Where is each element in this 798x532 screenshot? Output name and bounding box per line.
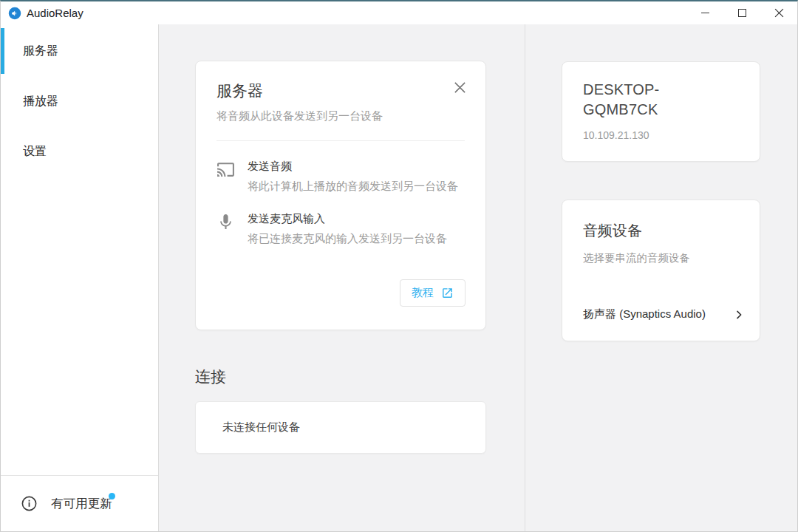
update-indicator-dot — [109, 493, 115, 499]
host-ip-address: 10.109.21.130 — [583, 129, 739, 141]
info-icon — [21, 495, 38, 512]
feature-title: 发送音频 — [248, 160, 458, 174]
main-content: 服务器 将音频从此设备发送到另一台设备 发送音频 将此计算机上播放的音频发送到另… — [159, 24, 525, 531]
close-card-button[interactable] — [450, 78, 469, 97]
update-notice[interactable]: 有可用更新 — [1, 475, 158, 531]
update-notice-label: 有可用更新 — [51, 496, 112, 512]
feature-text: 发送麦克风输入 将已连接麦克风的输入发送到另一台设备 — [248, 212, 447, 246]
window-controls — [686, 1, 797, 24]
cast-icon — [216, 160, 235, 179]
feature-text: 发送音频 将此计算机上播放的音频发送到另一台设备 — [248, 160, 458, 194]
sidebar-item-player[interactable]: 播放器 — [1, 76, 158, 126]
audiorelay-window: AudioRelay 服务器 播放器 — [0, 0, 798, 532]
sidebar-nav: 服务器 播放器 设置 — [1, 24, 158, 177]
host-info-card: DESKTOP-GQMB7CK 10.109.21.130 — [562, 61, 760, 162]
server-card-subtitle: 将音频从此设备发送到另一台设备 — [216, 109, 465, 123]
right-panel: DESKTOP-GQMB7CK 10.109.21.130 音频设备 选择要串流… — [525, 24, 797, 531]
feature-title: 发送麦克风输入 — [248, 212, 447, 226]
close-window-icon — [774, 8, 784, 18]
sidebar-item-label: 设置 — [23, 144, 47, 160]
maximize-button[interactable] — [723, 1, 760, 24]
external-link-icon — [441, 287, 454, 299]
server-card-title: 服务器 — [216, 81, 465, 101]
sidebar-item-settings[interactable]: 设置 — [1, 126, 158, 177]
feature-description: 将已连接麦克风的输入发送到另一台设备 — [248, 232, 447, 246]
host-name: DESKTOP-GQMB7CK — [583, 80, 694, 120]
connections-empty-card: 未连接任何设备 — [195, 401, 486, 454]
selected-audio-device: 扬声器 (Synaptics Audio) — [583, 307, 706, 321]
app-title: AudioRelay — [27, 7, 83, 19]
sidebar: 服务器 播放器 设置 有可用更新 — [1, 24, 159, 531]
server-info-card: 服务器 将音频从此设备发送到另一台设备 发送音频 将此计算机上播放的音频发送到另… — [195, 61, 486, 330]
minimize-button[interactable] — [686, 1, 723, 24]
audio-card-subtitle: 选择要串流的音频设备 — [583, 251, 739, 265]
close-icon — [453, 81, 467, 95]
sidebar-item-label: 播放器 — [23, 94, 58, 109]
maximize-icon — [738, 9, 746, 17]
connections-section-title: 连接 — [195, 366, 226, 387]
active-indicator — [1, 28, 4, 74]
feature-send-audio: 发送音频 将此计算机上播放的音频发送到另一台设备 — [216, 160, 465, 194]
connections-empty-message: 未连接任何设备 — [222, 420, 300, 434]
close-window-button[interactable] — [760, 1, 797, 24]
sidebar-item-label: 服务器 — [23, 44, 58, 59]
tutorial-button[interactable]: 教程 — [400, 279, 466, 307]
minimize-icon — [701, 13, 709, 13]
chevron-right-icon — [733, 309, 745, 321]
tutorial-button-label: 教程 — [412, 286, 434, 300]
audio-device-card: 音频设备 选择要串流的音频设备 扬声器 (Synaptics Audio) — [562, 200, 760, 341]
audio-device-selector[interactable]: 扬声器 (Synaptics Audio) — [583, 307, 745, 321]
titlebar: AudioRelay — [1, 1, 797, 24]
sidebar-item-server[interactable]: 服务器 — [1, 26, 158, 76]
feature-send-mic: 发送麦克风输入 将已连接麦克风的输入发送到另一台设备 — [216, 212, 465, 246]
feature-description: 将此计算机上播放的音频发送到另一台设备 — [248, 180, 458, 194]
app-logo-icon — [8, 7, 21, 20]
mic-icon — [216, 213, 235, 231]
audio-card-title: 音频设备 — [583, 221, 739, 241]
divider — [216, 140, 465, 141]
